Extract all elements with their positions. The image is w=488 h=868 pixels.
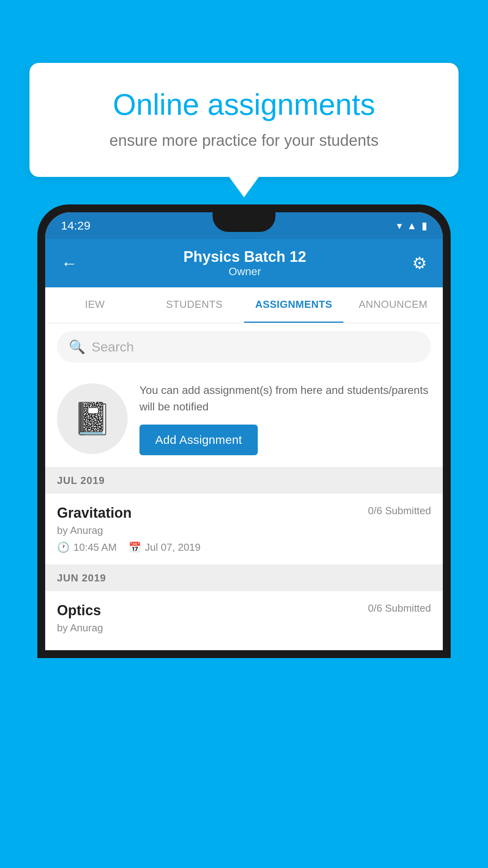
phone-outer: 14:29 ▾ ▲ ▮ ← Physics Batch 12 Owner ⚙ — [37, 204, 451, 658]
clock-icon: 🕐 — [57, 541, 70, 554]
assignment-time: 10:45 AM — [73, 541, 117, 554]
promo-text: You can add assignment(s) from here and … — [139, 382, 431, 415]
assignment-date: Jul 07, 2019 — [145, 541, 201, 554]
bubble-subtitle: ensure more practice for your students — [57, 132, 431, 149]
wifi-icon: ▾ — [397, 220, 402, 232]
assignment-by-gravitation: by Anurag — [57, 524, 431, 537]
bubble-title: Online assignments — [57, 86, 431, 122]
status-bar: 14:29 ▾ ▲ ▮ — [45, 212, 443, 239]
notch — [213, 212, 275, 232]
search-bar[interactable]: 🔍 Search — [57, 331, 431, 362]
search-icon: 🔍 — [69, 339, 85, 355]
promo-card: Online assignments ensure more practice … — [29, 63, 459, 177]
assignment-row-top-optics: Optics 0/6 Submitted — [57, 602, 431, 619]
header-subtitle: Owner — [183, 265, 306, 278]
search-placeholder: Search — [92, 339, 134, 355]
calendar-icon: 📅 — [128, 541, 141, 554]
section-label-jun: JUN 2019 — [57, 572, 106, 584]
status-time: 14:29 — [61, 219, 90, 232]
header-center: Physics Batch 12 Owner — [183, 248, 306, 278]
section-label-jul: JUL 2019 — [57, 474, 105, 486]
phone-wrapper: 14:29 ▾ ▲ ▮ ← Physics Batch 12 Owner ⚙ — [37, 204, 451, 868]
settings-icon[interactable]: ⚙ — [412, 254, 427, 273]
back-button[interactable]: ← — [61, 254, 77, 273]
battery-icon: ▮ — [422, 220, 427, 232]
add-assignment-button[interactable]: Add Assignment — [139, 425, 258, 455]
phone-screen: 14:29 ▾ ▲ ▮ ← Physics Batch 12 Owner ⚙ — [45, 212, 443, 650]
assignment-item-optics[interactable]: Optics 0/6 Submitted by Anurag — [45, 591, 443, 650]
search-container: 🔍 Search — [45, 323, 443, 370]
status-icons: ▾ ▲ ▮ — [397, 220, 427, 232]
tab-iew[interactable]: IEW — [45, 287, 145, 323]
tab-assignments[interactable]: ASSIGNMENTS — [244, 287, 343, 323]
meta-date: 📅 Jul 07, 2019 — [128, 541, 201, 554]
assignment-name-optics: Optics — [57, 602, 101, 619]
tab-announcements[interactable]: ANNOUNCEM — [343, 287, 443, 323]
assignment-submitted-gravitation: 0/6 Submitted — [368, 505, 431, 517]
signal-icon: ▲ — [407, 220, 417, 232]
assignment-meta-gravitation: 🕐 10:45 AM 📅 Jul 07, 2019 — [57, 541, 431, 554]
assignment-item-gravitation[interactable]: Gravitation 0/6 Submitted by Anurag 🕐 10… — [45, 494, 443, 565]
speech-bubble: Online assignments ensure more practice … — [29, 63, 459, 177]
assignment-submitted-optics: 0/6 Submitted — [368, 602, 431, 614]
content-area: 🔍 Search 📓 You can add assignment(s) fro… — [45, 323, 443, 650]
promo-icon-circle: 📓 — [57, 383, 128, 454]
promo-section: 📓 You can add assignment(s) from here an… — [45, 370, 443, 467]
assignment-name-gravitation: Gravitation — [57, 505, 132, 521]
section-header-jun: JUN 2019 — [45, 565, 443, 591]
app-header: ← Physics Batch 12 Owner ⚙ — [45, 239, 443, 287]
section-header-jul: JUL 2019 — [45, 467, 443, 494]
tabs-container: IEW STUDENTS ASSIGNMENTS ANNOUNCEM — [45, 287, 443, 323]
assignment-by-optics: by Anurag — [57, 622, 431, 634]
promo-content: You can add assignment(s) from here and … — [139, 382, 431, 455]
tab-students[interactable]: STUDENTS — [145, 287, 244, 323]
assignment-row-top: Gravitation 0/6 Submitted — [57, 505, 431, 521]
meta-time: 🕐 10:45 AM — [57, 541, 117, 554]
notebook-icon: 📓 — [73, 400, 112, 437]
header-title: Physics Batch 12 — [183, 248, 306, 265]
